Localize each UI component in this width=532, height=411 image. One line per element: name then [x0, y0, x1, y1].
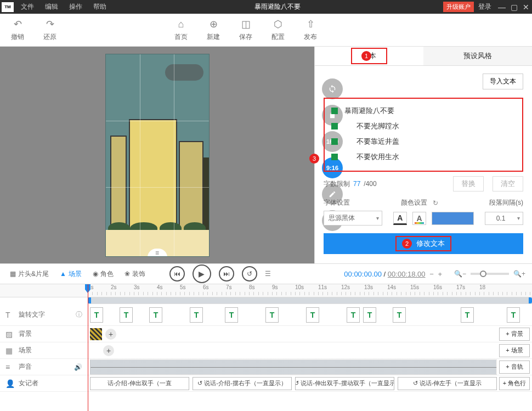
- login-button[interactable]: 登录: [474, 2, 496, 12]
- text-clip[interactable]: T: [190, 307, 203, 323]
- undo-button[interactable]: ↶撤销: [11, 18, 24, 42]
- menu-file[interactable]: 文件: [15, 2, 39, 12]
- hatch-icon: ▨: [5, 330, 14, 339]
- gap-input[interactable]: 0.1: [485, 212, 523, 225]
- text-color-button[interactable]: A: [393, 212, 407, 225]
- marker-2: 2: [402, 239, 412, 249]
- home-button[interactable]: ⌂首页: [174, 19, 188, 42]
- text-clip[interactable]: T: [347, 307, 360, 323]
- track-background: ▨背景 + + 背景: [0, 326, 532, 342]
- modify-text-button[interactable]: 2修改文本: [324, 233, 523, 254]
- clear-button[interactable]: 清空: [493, 176, 523, 192]
- color-swatch[interactable]: [432, 212, 474, 225]
- add-scene-button[interactable]: +: [103, 345, 114, 356]
- refresh-icon[interactable]: ↻: [433, 199, 438, 207]
- window-title: 暴雨避险八不要: [112, 2, 443, 12]
- timeline: 1s2s3s4s5s6s7s8s9s10s11s12s13s14s15s16s1…: [0, 284, 532, 392]
- panel-tabs: 1 文本 预设风格: [315, 47, 532, 66]
- action-clip[interactable]: 话-介绍-伸出双手（一直: [90, 377, 189, 390]
- add-bg-track-button[interactable]: + 背景: [499, 328, 530, 341]
- close-button[interactable]: ✕: [520, 3, 532, 12]
- marker-1: 1: [361, 51, 371, 61]
- text-item[interactable]: 不要靠近井盖: [331, 134, 516, 149]
- zoom-in-button[interactable]: 🔍+: [513, 270, 525, 278]
- char-count-row: 字数限制77 /400 替换 清空: [324, 176, 523, 192]
- add-bg-button[interactable]: +: [105, 329, 116, 340]
- loop-button[interactable]: ↺: [242, 266, 257, 281]
- text-clip[interactable]: T: [461, 307, 474, 323]
- home-icon: ⌂: [178, 19, 184, 30]
- publish-icon: ⇧: [307, 18, 315, 30]
- text-clip[interactable]: T: [363, 307, 376, 323]
- next-button[interactable]: ⏭: [219, 266, 234, 281]
- redo-button[interactable]: ↷还原: [43, 18, 56, 42]
- add-scene-track-button[interactable]: + 场景: [499, 344, 530, 357]
- timeline-ruler[interactable]: 1s2s3s4s5s6s7s8s9s10s11s12s13s14s15s16s1…: [0, 284, 532, 297]
- font-label: 字体设置: [324, 198, 350, 207]
- controls-bar: ▦ 片头&片尾 ▲ 场景 ◉ 角色 ❀ 装饰 ⏮ ▶ ⏭ ↺ ☰ 00:00:0…: [0, 263, 532, 284]
- zoom-slider[interactable]: [471, 273, 509, 275]
- text-clip[interactable]: T: [393, 307, 406, 323]
- sound-icon: ≡: [5, 363, 14, 371]
- upgrade-button[interactable]: 升级账户: [443, 2, 474, 12]
- tab-deco[interactable]: ❀ 装饰: [121, 268, 149, 280]
- tab-preset[interactable]: 预设风格: [423, 47, 532, 65]
- text-clip[interactable]: T: [265, 307, 279, 323]
- text-clip[interactable]: T: [120, 307, 133, 323]
- import-text-button[interactable]: 导入文本: [483, 74, 523, 89]
- text-clip[interactable]: T: [507, 307, 520, 323]
- menu-edit[interactable]: 编辑: [39, 2, 64, 12]
- track-rotate-text: T旋转文字ⓘ T T T T T T T T T T T T: [0, 304, 532, 326]
- info-icon[interactable]: ⓘ: [76, 310, 82, 319]
- action-clip[interactable]: ↺ 说话-伸出双手-摆动双手（一直显示: [295, 377, 394, 390]
- text-clip[interactable]: T: [90, 307, 103, 323]
- maximize-button[interactable]: ▢: [508, 3, 520, 12]
- titlebar: TM 文件 编辑 操作 帮助 暴雨避险八不要 升级账户 登录 — ▢ ✕: [0, 0, 532, 14]
- track-scene: ▦场景 + + 场景: [0, 342, 532, 359]
- marker-3: 3: [309, 154, 319, 164]
- zoom-out-button[interactable]: 🔍−: [454, 270, 466, 278]
- prev-button[interactable]: ⏮: [169, 266, 185, 281]
- text-clip[interactable]: T: [225, 307, 238, 323]
- menu-action[interactable]: 操作: [64, 2, 88, 12]
- time-plus-button[interactable]: +: [438, 270, 442, 278]
- action-clip[interactable]: ↺ 说话-伸左手（一直显示: [398, 377, 497, 390]
- save-button[interactable]: ◫保存: [239, 18, 252, 42]
- text-item[interactable]: 不要光脚蹚水: [331, 119, 516, 134]
- layers-icon[interactable]: ☰: [265, 270, 271, 278]
- action-clip[interactable]: ↺ 说话-介绍-摆右手（一直显示）: [193, 377, 292, 390]
- volume-icon[interactable]: 🔊: [74, 363, 82, 371]
- tab-clips[interactable]: ▦ 片头&片尾: [7, 268, 52, 280]
- tab-role[interactable]: ◉ 角色: [89, 268, 117, 280]
- timeline-scrollbar[interactable]: [88, 297, 532, 304]
- audio-clip[interactable]: [90, 359, 497, 375]
- bg-clip[interactable]: [90, 328, 102, 340]
- publish-button[interactable]: ⇧发布: [304, 18, 317, 42]
- config-icon: ⬡: [274, 18, 282, 30]
- menu-help[interactable]: 帮助: [88, 2, 112, 12]
- text-item[interactable]: 不要饮用生水: [331, 149, 516, 165]
- add-audio-track-button[interactable]: + 音轨: [499, 361, 530, 374]
- canvas-frame[interactable]: ≡: [105, 54, 210, 257]
- text-clip[interactable]: T: [306, 307, 319, 323]
- app-logo: TM: [2, 2, 14, 12]
- add-role-track-button[interactable]: + 角色行: [499, 377, 530, 390]
- tab-scene[interactable]: ▲ 场景: [56, 268, 85, 280]
- play-button[interactable]: ▶: [193, 264, 211, 283]
- minimize-button[interactable]: —: [496, 3, 508, 12]
- text-item[interactable]: 暴雨避险八不要: [331, 103, 516, 119]
- new-button[interactable]: ⊕新建: [207, 18, 220, 42]
- color-label: 颜色设置: [401, 198, 427, 207]
- replace-button[interactable]: 替换: [453, 176, 484, 192]
- text-multicolor-button[interactable]: A: [412, 212, 426, 225]
- canvas-area[interactable]: ≡ 16:9 9:16: [0, 47, 314, 263]
- toolbar: ↶撤销 ↷还原 ⌂首页 ⊕新建 ◫保存 ⬡配置 ⇧发布: [0, 14, 532, 47]
- time-minus-button[interactable]: −: [429, 270, 434, 278]
- time-display: 00:00:00.00 / 00:00:18.00 − +: [344, 270, 442, 278]
- text-clip[interactable]: T: [149, 307, 162, 323]
- right-panel: 1 文本 预设风格 3 导入文本 暴雨避险八不要 不要光脚蹚水 不要靠近井盖 不…: [314, 47, 532, 263]
- config-button[interactable]: ⬡配置: [271, 18, 285, 42]
- undo-icon: ↶: [14, 18, 22, 30]
- font-dropdown[interactable]: 思源黑体: [324, 211, 382, 226]
- bullet-icon: [331, 108, 338, 114]
